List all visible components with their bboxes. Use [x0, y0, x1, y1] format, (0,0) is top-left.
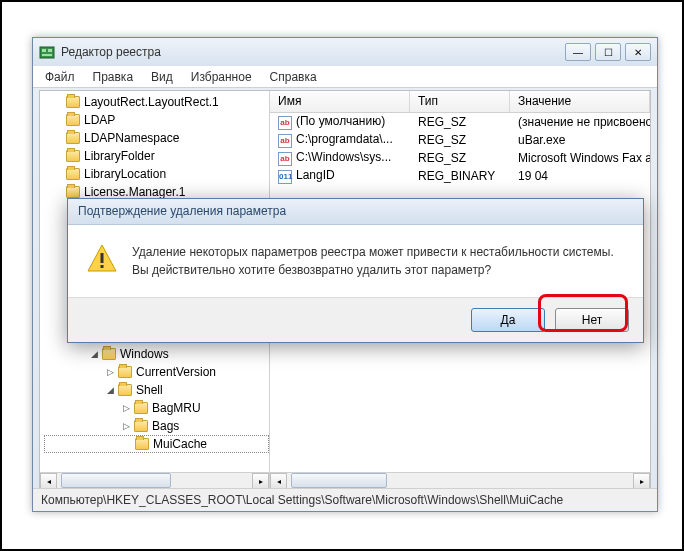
list-row[interactable]: 011LangID REG_BINARY 19 04 — [270, 167, 650, 185]
warning-icon — [86, 243, 118, 275]
value-name: C:\Windows\sys... — [296, 150, 391, 164]
col-type[interactable]: Тип — [410, 91, 510, 112]
value-data: Microsoft Windows Fax a — [510, 151, 650, 165]
menu-help[interactable]: Справка — [262, 68, 325, 86]
folder-icon — [118, 366, 132, 378]
value-name: LangID — [296, 168, 335, 182]
tree-item[interactable]: LibraryLocation — [44, 165, 269, 183]
tree-label: LayoutRect.LayoutRect.1 — [84, 95, 219, 109]
expander-icon[interactable]: ▷ — [120, 420, 132, 432]
tree-item-currentversion[interactable]: ▷CurrentVersion — [44, 363, 269, 381]
tree-label: CurrentVersion — [136, 365, 216, 379]
folder-icon — [66, 132, 80, 144]
scroll-thumb[interactable] — [61, 473, 171, 488]
menu-edit[interactable]: Правка — [85, 68, 142, 86]
list-row[interactable]: abC:\programdata\... REG_SZ uBar.exe — [270, 131, 650, 149]
svg-rect-6 — [101, 265, 104, 268]
no-button[interactable]: Нет — [555, 308, 629, 332]
svg-rect-2 — [48, 49, 52, 52]
tree-label: Windows — [120, 347, 169, 361]
statusbar: Компьютер\HKEY_CLASSES_ROOT\Local Settin… — [33, 488, 657, 511]
dialog-line1: Удаление некоторых параметров реестра мо… — [132, 243, 614, 261]
menu-favorites[interactable]: Избранное — [183, 68, 260, 86]
tree-label: Bags — [152, 419, 179, 433]
value-type: REG_SZ — [410, 133, 510, 147]
string-icon: ab — [278, 134, 292, 148]
dialog-line2: Вы действительно хотите безвозвратно уда… — [132, 261, 614, 279]
dialog-text: Удаление некоторых параметров реестра мо… — [132, 243, 614, 279]
folder-icon — [134, 420, 148, 432]
scroll-right-button[interactable]: ▸ — [633, 473, 650, 489]
tree-item-muicache[interactable]: MuiCache — [44, 435, 269, 453]
folder-icon — [134, 402, 148, 414]
tree-item-bags[interactable]: ▷Bags — [44, 417, 269, 435]
list-row[interactable]: ab(По умолчанию) REG_SZ (значение не при… — [270, 113, 650, 131]
binary-icon: 011 — [278, 170, 292, 184]
menu-view[interactable]: Вид — [143, 68, 181, 86]
tree-label: LDAPNamespace — [84, 131, 179, 145]
svg-rect-5 — [101, 253, 104, 263]
tree-item[interactable]: LDAPNamespace — [44, 129, 269, 147]
regedit-icon — [39, 44, 55, 60]
svg-rect-0 — [40, 47, 54, 58]
tree-label: LibraryLocation — [84, 167, 166, 181]
svg-rect-1 — [42, 49, 46, 52]
value-data: 19 04 — [510, 169, 650, 183]
yes-button[interactable]: Да — [471, 308, 545, 332]
folder-icon — [66, 186, 80, 198]
value-type: REG_BINARY — [410, 169, 510, 183]
expander-icon[interactable]: ▷ — [104, 366, 116, 378]
value-data: (значение не присвоено — [510, 115, 650, 129]
scroll-right-button[interactable]: ▸ — [252, 473, 269, 489]
dialog-title: Подтверждение удаления параметра — [68, 199, 643, 225]
tree-item[interactable]: LibraryFolder — [44, 147, 269, 165]
folder-icon — [118, 384, 132, 396]
expander-icon[interactable]: ◢ — [104, 384, 116, 396]
folder-icon — [66, 150, 80, 162]
tree-item-shell[interactable]: ◢Shell — [44, 381, 269, 399]
menu-file[interactable]: Файл — [37, 68, 83, 86]
col-name[interactable]: Имя — [270, 91, 410, 112]
minimize-button[interactable]: — — [565, 43, 591, 61]
list-row[interactable]: abC:\Windows\sys... REG_SZ Microsoft Win… — [270, 149, 650, 167]
tree-label: BagMRU — [152, 401, 201, 415]
scroll-thumb[interactable] — [291, 473, 387, 488]
scroll-left-button[interactable]: ◂ — [40, 473, 57, 489]
svg-rect-3 — [42, 54, 52, 56]
window-title: Редактор реестра — [61, 45, 565, 59]
value-name: (По умолчанию) — [296, 114, 385, 128]
value-data: uBar.exe — [510, 133, 650, 147]
tree-item[interactable]: LDAP — [44, 111, 269, 129]
expander-icon[interactable]: ▷ — [120, 402, 132, 414]
tree-label: LibraryFolder — [84, 149, 155, 163]
value-type: REG_SZ — [410, 115, 510, 129]
titlebar[interactable]: Редактор реестра — ☐ ✕ — [33, 38, 657, 66]
string-icon: ab — [278, 152, 292, 166]
list-header: Имя Тип Значение — [270, 91, 650, 113]
value-name: C:\programdata\... — [296, 132, 393, 146]
folder-icon — [66, 96, 80, 108]
tree-item-windows[interactable]: ◢Windows — [44, 345, 269, 363]
value-type: REG_SZ — [410, 151, 510, 165]
menubar: Файл Правка Вид Избранное Справка — [33, 66, 657, 88]
confirm-delete-dialog: Подтверждение удаления параметра Удалени… — [67, 198, 644, 343]
tree-label: MuiCache — [153, 437, 207, 451]
maximize-button[interactable]: ☐ — [595, 43, 621, 61]
folder-icon — [102, 348, 116, 360]
col-value[interactable]: Значение — [510, 91, 650, 112]
tree-label: Shell — [136, 383, 163, 397]
folder-icon — [66, 168, 80, 180]
folder-icon — [135, 438, 149, 450]
tree-scrollbar[interactable]: ◂ ▸ — [40, 472, 269, 489]
string-icon: ab — [278, 116, 292, 130]
tree-label: LDAP — [84, 113, 115, 127]
folder-icon — [66, 114, 80, 126]
expander-icon[interactable]: ◢ — [88, 348, 100, 360]
tree-item[interactable]: LayoutRect.LayoutRect.1 — [44, 93, 269, 111]
tree-label: License.Manager.1 — [84, 185, 185, 199]
close-button[interactable]: ✕ — [625, 43, 651, 61]
tree-item-bagmru[interactable]: ▷BagMRU — [44, 399, 269, 417]
dialog-buttons: Да Нет — [68, 297, 643, 342]
list-scrollbar[interactable]: ◂ ▸ — [270, 472, 650, 489]
scroll-left-button[interactable]: ◂ — [270, 473, 287, 489]
